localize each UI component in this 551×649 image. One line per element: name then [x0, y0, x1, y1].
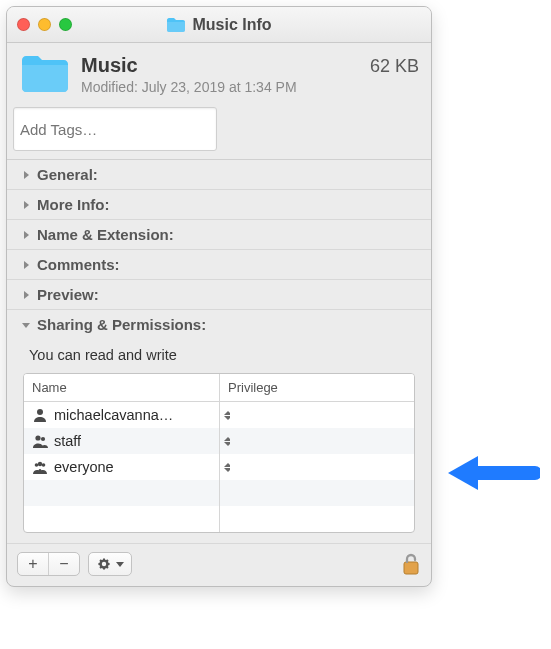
- titlebar: Music Info: [7, 7, 431, 43]
- svg-point-4: [38, 462, 42, 466]
- action-menu-button[interactable]: [88, 552, 132, 576]
- modified-label: Modified:: [81, 79, 138, 95]
- folder-icon: [19, 53, 71, 95]
- chevron-right-icon: [21, 260, 31, 270]
- section-label: General:: [37, 166, 98, 183]
- table-row-empty: [24, 506, 414, 532]
- svg-point-5: [42, 463, 46, 467]
- chevron-right-icon: [21, 230, 31, 240]
- column-name-header[interactable]: Name: [24, 374, 219, 401]
- chevron-right-icon: [21, 200, 31, 210]
- table-header: Name Privilege: [24, 374, 414, 402]
- sharing-body: You can read and write Name Privilege mi…: [7, 339, 431, 544]
- window-traffic-lights: [17, 18, 72, 31]
- modified-line: Modified: July 23, 2019 at 1:34 PM: [81, 79, 419, 95]
- permission-user: staff: [54, 433, 81, 449]
- section-sharing-permissions[interactable]: Sharing & Permissions:: [7, 309, 431, 339]
- table-row-empty: [24, 480, 414, 506]
- table-row[interactable]: staff Read only: [24, 428, 414, 454]
- zoom-window-button[interactable]: [59, 18, 72, 31]
- add-remove-segment: + −: [17, 552, 80, 576]
- section-label: More Info:: [37, 196, 110, 213]
- permissions-table: Name Privilege michaelcavanna… Read & Wr…: [23, 373, 415, 533]
- chevron-down-icon: [21, 320, 31, 330]
- lock-icon[interactable]: [401, 552, 421, 576]
- chevron-right-icon: [21, 290, 31, 300]
- svg-point-1: [35, 435, 40, 440]
- svg-point-2: [41, 437, 45, 441]
- item-name: Music: [81, 54, 138, 77]
- table-row[interactable]: everyone Read only: [24, 454, 414, 480]
- section-general[interactable]: General:: [7, 159, 431, 189]
- item-header: Music 62 KB Modified: July 23, 2019 at 1…: [7, 43, 431, 103]
- permission-user: michaelcavanna…: [54, 407, 173, 423]
- section-label: Sharing & Permissions:: [37, 316, 206, 333]
- chevron-down-icon: [116, 562, 124, 567]
- annotation-arrow-icon: [440, 448, 540, 498]
- modified-value: July 23, 2019 at 1:34 PM: [142, 79, 297, 95]
- section-name-extension[interactable]: Name & Extension:: [7, 219, 431, 249]
- group-icon: [32, 459, 48, 475]
- table-row[interactable]: michaelcavanna… Read & Write: [24, 402, 414, 428]
- minimize-window-button[interactable]: [38, 18, 51, 31]
- person-icon: [32, 407, 48, 423]
- section-more-info[interactable]: More Info:: [7, 189, 431, 219]
- section-label: Comments:: [37, 256, 120, 273]
- info-window: Music Info Music 62 KB Modified: July 23…: [6, 6, 432, 587]
- stepper-icon[interactable]: [224, 408, 230, 422]
- stepper-icon[interactable]: [224, 460, 230, 474]
- section-preview[interactable]: Preview:: [7, 279, 431, 309]
- folder-icon: [166, 17, 186, 33]
- svg-rect-6: [404, 562, 418, 574]
- window-title: Music Info: [192, 16, 271, 34]
- tags-input[interactable]: [13, 107, 217, 151]
- section-label: Preview:: [37, 286, 99, 303]
- section-label: Name & Extension:: [37, 226, 174, 243]
- footer: + −: [7, 544, 431, 586]
- gear-icon: [97, 557, 111, 571]
- svg-point-0: [37, 409, 43, 415]
- item-size: 62 KB: [370, 56, 419, 77]
- add-user-button[interactable]: +: [18, 553, 48, 575]
- column-privilege-header[interactable]: Privilege: [219, 374, 236, 401]
- section-comments[interactable]: Comments:: [7, 249, 431, 279]
- chevron-right-icon: [21, 170, 31, 180]
- remove-user-button[interactable]: −: [48, 553, 79, 575]
- people-icon: [32, 433, 48, 449]
- stepper-icon[interactable]: [224, 434, 230, 448]
- svg-point-3: [35, 463, 39, 467]
- permission-user: everyone: [54, 459, 114, 475]
- permissions-summary: You can read and write: [17, 343, 421, 373]
- close-window-button[interactable]: [17, 18, 30, 31]
